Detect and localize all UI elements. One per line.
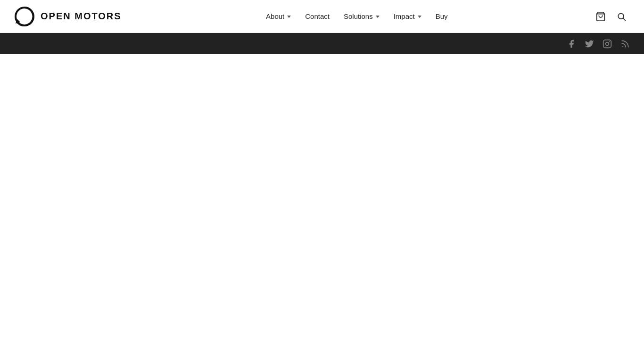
- logo-icon: [14, 6, 35, 27]
- nav-label-contact: Contact: [305, 12, 330, 20]
- nav-item-solutions[interactable]: Solutions: [338, 8, 385, 24]
- facebook-icon: [567, 39, 576, 49]
- rss-link[interactable]: [620, 39, 630, 49]
- svg-point-8: [609, 41, 610, 42]
- svg-rect-6: [603, 40, 611, 48]
- nav-links: About Contact Solutions Impact Buy: [260, 8, 454, 24]
- nav-item-buy[interactable]: Buy: [430, 8, 454, 24]
- nav-item-impact[interactable]: Impact: [388, 8, 427, 24]
- svg-line-5: [623, 18, 626, 20]
- svg-point-9: [622, 46, 623, 47]
- facebook-link[interactable]: [567, 39, 576, 49]
- nav-item-contact[interactable]: Contact: [299, 8, 335, 24]
- chevron-down-icon-impact: [418, 16, 421, 18]
- twitter-link[interactable]: [585, 39, 594, 49]
- chevron-down-icon-about: [287, 16, 291, 18]
- logo-link[interactable]: OPEN MOTORS: [14, 6, 122, 27]
- search-icon: [617, 12, 626, 21]
- nav-item-about[interactable]: About: [260, 8, 297, 24]
- nav-actions: [592, 8, 630, 25]
- nav-label-buy: Buy: [436, 12, 448, 20]
- nav-label-about: About: [266, 12, 284, 20]
- svg-point-7: [606, 42, 609, 45]
- social-bar: [0, 33, 644, 54]
- instagram-link[interactable]: [603, 39, 612, 49]
- nav-label-solutions: Solutions: [344, 12, 373, 20]
- cart-icon: [595, 11, 606, 22]
- instagram-icon: [603, 39, 612, 49]
- cart-button[interactable]: [592, 8, 609, 25]
- navbar: OPEN MOTORS About Contact Solutions Impa…: [0, 0, 644, 33]
- svg-point-2: [19, 11, 30, 22]
- nav-label-impact: Impact: [394, 12, 415, 20]
- rss-icon: [620, 39, 630, 49]
- twitter-icon: [585, 39, 594, 49]
- main-content: [0, 54, 644, 361]
- chevron-down-icon-solutions: [376, 16, 380, 18]
- search-button[interactable]: [613, 8, 630, 25]
- logo-text: OPEN MOTORS: [41, 11, 122, 22]
